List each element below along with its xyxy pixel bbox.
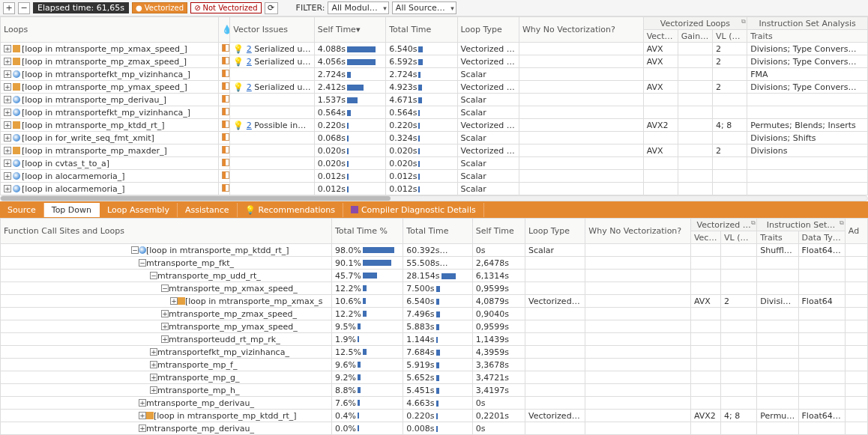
popout-icon[interactable]: ⧉ (741, 18, 746, 25)
table-row[interactable]: −[loop in mtransporte_mp_ktdd_rt_]98.0%6… (1, 244, 868, 257)
table-row[interactable]: +mtransporte_mp_derivau_7.6%4.663s0s (1, 397, 868, 410)
tree-toggle[interactable]: + (4, 121, 11, 129)
table-row[interactable]: +[loop in mtransportefkt_mp_vizinhanca_]… (1, 68, 868, 81)
tree-toggle[interactable]: + (150, 386, 157, 394)
horizontal-scrollbar[interactable] (0, 195, 868, 201)
col-group-instr[interactable]: Instruction Set Analysis (747, 17, 868, 30)
issue-link[interactable]: 2 (247, 121, 252, 130)
tree-toggle[interactable]: + (4, 45, 11, 52)
col-why-no-vec[interactable]: Why No Vectorization? (519, 17, 643, 43)
col-why-no-vec-b[interactable]: Why No Vectorization? (585, 219, 691, 244)
table-row[interactable]: +mtransporteudd_rt_mp_rk_1.9%1.144s1,143… (1, 333, 868, 346)
col-ad[interactable]: Ad (845, 219, 867, 244)
table-row[interactable]: +mtransporte_mp_ymax_speed_9.5%5.883s0,9… (1, 320, 868, 333)
table-row[interactable]: +[loop in alocarmemoria_]0.012s0.012sSca… (1, 183, 868, 195)
table-row[interactable]: −mtransporte_mp_udd_rt_45.7%28.154s6,131… (1, 270, 868, 282)
tree-toggle[interactable]: + (4, 147, 11, 154)
col-total-pct[interactable]: Total Time % (331, 219, 403, 244)
expand-all-button[interactable]: + (3, 2, 15, 14)
col-func[interactable]: Function Call Sites and Loops (1, 219, 332, 244)
table-row[interactable]: +[loop in mtransporte_mp_xmax_s10.6%6.54… (1, 295, 868, 308)
tree-toggle[interactable]: − (150, 272, 157, 279)
col-gain[interactable]: Gain … (678, 30, 712, 43)
table-row[interactable]: +mtransportefkt_mp_vizinhanca_12.5%7.684… (1, 346, 868, 359)
tree-toggle[interactable]: + (139, 425, 146, 432)
tree-toggle[interactable]: + (161, 310, 169, 317)
col-vl[interactable]: VL (V… (713, 30, 747, 43)
not-vectorized-tag[interactable]: ⊘Not Vectorized (190, 2, 261, 13)
table-row[interactable]: +mtransporte_mp_derivau_0.0%0.008s0s (1, 422, 868, 435)
table-row[interactable]: +[loop in mtransporte_mp_ktdd_rt_]💡 2 Po… (1, 119, 868, 132)
table-row[interactable]: +[loop in mtransporte_mp_derivau_]1.537s… (1, 94, 868, 106)
tree-toggle[interactable]: + (150, 374, 157, 381)
table-row[interactable]: +mtransporte_mp_g_9.2%5.652s3,4721s (1, 371, 868, 384)
tab-loop-assembly[interactable]: Loop Assembly (100, 203, 178, 217)
tree-toggle[interactable]: + (139, 412, 146, 419)
tree-toggle[interactable]: + (170, 297, 178, 305)
tree-toggle[interactable]: + (4, 96, 11, 103)
table-row[interactable]: +mtransporte_mp_h_8.8%5.451s3,4197s (1, 384, 868, 397)
tab-recommendations[interactable]: 💡Recommendations (238, 203, 343, 217)
col-total-time-b[interactable]: Total Time (403, 219, 472, 244)
table-row[interactable]: +[loop in mtransportefkt_mp_vizinhanca_]… (1, 106, 868, 119)
tree-toggle[interactable]: + (4, 58, 11, 65)
table-row[interactable]: +[loop in mtransporte_mp_xmax_speed_]💡 2… (1, 43, 868, 55)
tree-toggle[interactable]: − (161, 285, 169, 292)
table-row[interactable]: +[loop in alocarmemoria_]0.012s0.012sSca… (1, 170, 868, 183)
filter-sources-select[interactable]: All Source… (392, 1, 456, 14)
tree-toggle[interactable]: + (4, 83, 11, 91)
table-row[interactable]: +mtransporte_mp_f_9.6%5.919s3,3678s (1, 359, 868, 371)
col-group-instr-b[interactable]: Instruction Set…⧉ (757, 219, 846, 231)
tree-toggle[interactable]: + (161, 323, 169, 330)
tree-toggle[interactable]: − (131, 246, 139, 254)
tree-toggle[interactable]: + (4, 172, 11, 180)
issue-link[interactable]: 2 (247, 44, 252, 54)
col-vect[interactable]: Vect… (643, 30, 678, 43)
col-traits[interactable]: Traits (747, 30, 868, 43)
popout-icon[interactable]: ⧉ (751, 219, 756, 227)
tree-toggle[interactable]: + (4, 185, 11, 192)
col-self-time-b[interactable]: Self Time (472, 219, 525, 244)
col-loop-type[interactable]: Loop Type (457, 17, 519, 43)
issue-link[interactable]: 2 (247, 57, 252, 67)
table-row[interactable]: +[loop in mtransporte_mp_ymax_speed_]💡 2… (1, 81, 868, 94)
tab-assistance[interactable]: Assistance (178, 203, 238, 217)
tab-top-down[interactable]: Top Down (44, 203, 100, 217)
tree-toggle[interactable]: + (150, 361, 157, 368)
filter-modules-select[interactable]: All Modul… (328, 1, 388, 14)
tab-source[interactable]: Source (0, 203, 44, 217)
col-traits-b[interactable]: Traits (757, 231, 798, 244)
table-row[interactable]: −mtransporte_mp_xmax_speed_12.2%7.500s0,… (1, 282, 868, 295)
popout-icon[interactable]: ⧉ (840, 219, 844, 227)
vectorized-tag[interactable]: ●Vectorized (132, 2, 187, 13)
tree-toggle[interactable]: + (4, 70, 11, 78)
col-loops[interactable]: Loops (1, 17, 219, 43)
table-row[interactable]: +[loop in mtransporte_mp_maxder_]0.020s0… (1, 145, 868, 157)
tree-toggle[interactable]: + (161, 335, 169, 343)
tree-toggle[interactable]: − (139, 259, 146, 267)
collapse-all-button[interactable]: − (18, 2, 30, 14)
table-row[interactable]: +[loop in for_write_seq_fmt_xmit]0.068s0… (1, 132, 868, 145)
col-group-vec-loops[interactable]: Vectorized Loops⧉ (643, 17, 747, 30)
tab-compiler-diagnostics[interactable]: Compiler Diagnostic Details (343, 203, 484, 217)
col-drop-icon[interactable]: 💧 (219, 17, 230, 43)
col-vl-b[interactable]: VL (V… (721, 231, 757, 244)
scrollbar-thumb[interactable] (1, 196, 391, 201)
col-dtype[interactable]: Data Ty… (798, 231, 845, 244)
col-total-time[interactable]: Total Time (386, 17, 457, 43)
tree-toggle[interactable]: + (150, 348, 157, 356)
col-group-vec-b[interactable]: Vectorized …⧉ (690, 219, 756, 231)
table-row[interactable]: +[loop in mtransporte_mp_ktdd_rt_]0.4%0.… (1, 410, 868, 422)
col-vect-b[interactable]: Vect… (690, 231, 720, 244)
col-loop-type-b[interactable]: Loop Type (525, 219, 585, 244)
issue-link[interactable]: 2 (247, 82, 252, 92)
tree-toggle[interactable]: + (4, 109, 11, 116)
tree-toggle[interactable]: + (4, 159, 11, 167)
table-row[interactable]: −mtransporte_mp_fkt_90.1%55.508s2,6478s (1, 257, 868, 270)
table-row[interactable]: +[loop in mtransporte_mp_zmax_speed_]💡 2… (1, 55, 868, 68)
refresh-button[interactable]: ⟳ (265, 2, 278, 14)
tree-toggle[interactable]: + (139, 399, 146, 407)
col-vector-issues[interactable]: Vector Issues (230, 17, 314, 43)
col-self-time[interactable]: Self Time▾ (314, 17, 385, 43)
tree-toggle[interactable]: + (4, 134, 11, 142)
